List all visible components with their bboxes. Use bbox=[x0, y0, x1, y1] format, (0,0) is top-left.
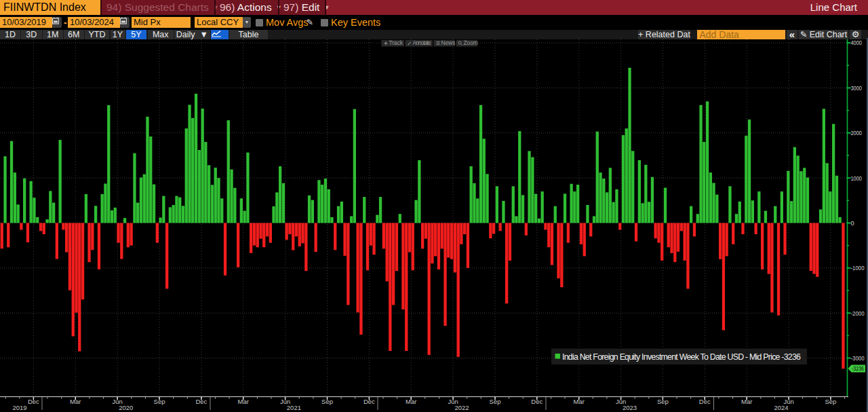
svg-text:Mar: Mar bbox=[406, 398, 416, 405]
svg-text:2024: 2024 bbox=[774, 404, 788, 411]
svg-text:2021: 2021 bbox=[287, 404, 301, 411]
svg-text:Sep: Sep bbox=[154, 398, 165, 405]
svg-text:2019: 2019 bbox=[12, 404, 26, 411]
svg-text:Sep: Sep bbox=[825, 398, 836, 405]
svg-text:Dec: Dec bbox=[363, 398, 375, 405]
svg-text:2000: 2000 bbox=[851, 130, 863, 136]
svg-text:News: News bbox=[441, 39, 456, 46]
svg-text:Mar: Mar bbox=[70, 398, 81, 405]
svg-text:Annotate: Annotate bbox=[413, 39, 431, 46]
svg-text:Zoom: Zoom bbox=[464, 39, 478, 46]
svg-text:Track: Track bbox=[389, 39, 403, 46]
svg-text:Dec: Dec bbox=[531, 398, 542, 405]
svg-text:Dec: Dec bbox=[699, 398, 711, 405]
svg-text:2020: 2020 bbox=[119, 404, 133, 411]
svg-text:India Net Foreign Equity Inves: India Net Foreign Equity Investment Week… bbox=[562, 352, 801, 362]
svg-text:Sep: Sep bbox=[657, 398, 669, 405]
svg-text:Mar: Mar bbox=[238, 398, 249, 405]
svg-text:2022: 2022 bbox=[454, 404, 469, 411]
svg-text:2023: 2023 bbox=[623, 404, 637, 411]
svg-text:-3000: -3000 bbox=[851, 355, 865, 362]
svg-text:4000: 4000 bbox=[851, 39, 863, 46]
svg-text:Dec: Dec bbox=[28, 398, 39, 405]
svg-text:-1000: -1000 bbox=[851, 265, 865, 271]
svg-text:Mar: Mar bbox=[741, 398, 752, 405]
svg-text:1000: 1000 bbox=[851, 175, 863, 182]
svg-text:Sep: Sep bbox=[490, 398, 501, 405]
svg-text:-2000: -2000 bbox=[851, 310, 865, 317]
svg-text:Sep: Sep bbox=[321, 398, 333, 405]
svg-text:Dec: Dec bbox=[195, 398, 207, 405]
svg-text:Mar: Mar bbox=[574, 398, 585, 405]
svg-text:0: 0 bbox=[851, 220, 854, 227]
svg-text:3000: 3000 bbox=[851, 85, 863, 92]
svg-text:-3236: -3236 bbox=[852, 365, 864, 372]
